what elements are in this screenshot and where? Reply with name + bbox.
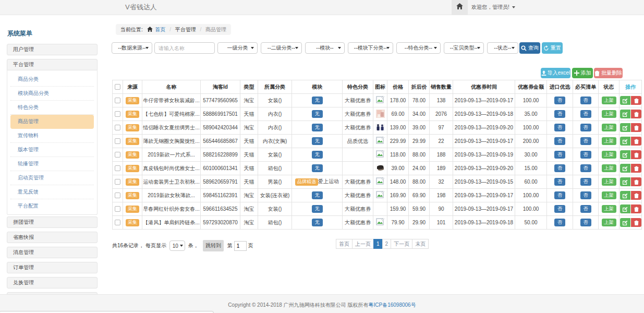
name-search-input[interactable]	[154, 42, 215, 54]
page-button-下一页[interactable]: 下一页	[391, 239, 412, 249]
row-checkbox[interactable]	[115, 125, 120, 130]
delete-button[interactable]	[631, 218, 641, 227]
filter-select-module-sub[interactable]: --模块下分类--	[348, 42, 393, 54]
sidebar-subitem[interactable]: 商品管理	[10, 115, 94, 129]
import-select-toggle[interactable]: 否	[554, 124, 565, 131]
row-checkbox[interactable]	[115, 206, 120, 212]
filter-select-feature-category[interactable]: --特色分类--	[396, 42, 441, 54]
status-toggle[interactable]: 上架	[602, 110, 616, 118]
import-select-toggle[interactable]: 否	[554, 137, 565, 145]
delete-button[interactable]	[631, 177, 641, 186]
sidebar-item[interactable]: 兑换管理	[7, 277, 98, 288]
module-badge[interactable]: 无	[312, 137, 323, 145]
sidebar-subitem[interactable]: 宣传物料	[10, 129, 94, 143]
jump-page-input[interactable]	[234, 241, 247, 251]
breadcrumb-home-link[interactable]: 首页	[155, 27, 165, 32]
filter-select-status[interactable]: --状态--	[487, 42, 518, 54]
must-buy-toggle[interactable]: 否	[580, 110, 591, 118]
module-badge[interactable]: 无	[312, 205, 323, 213]
row-checkbox[interactable]	[115, 138, 120, 144]
module-badge[interactable]: 无	[312, 110, 323, 118]
edit-button[interactable]	[620, 191, 630, 200]
filter-select-module[interactable]: --模块--	[305, 42, 345, 54]
filter-select-category-level2[interactable]: --二级分类--	[261, 42, 302, 54]
delete-button[interactable]	[631, 191, 641, 200]
import-select-toggle[interactable]: 否	[554, 219, 565, 226]
status-toggle[interactable]: 上架	[602, 191, 616, 199]
edit-button[interactable]	[620, 177, 630, 186]
import-select-toggle[interactable]: 否	[554, 164, 565, 172]
delete-button[interactable]	[631, 110, 641, 118]
must-buy-toggle[interactable]: 否	[580, 97, 591, 104]
delete-button[interactable]	[631, 150, 641, 159]
select-all-checkbox[interactable]	[115, 84, 120, 90]
row-checkbox[interactable]	[115, 220, 120, 225]
delete-button[interactable]	[631, 204, 641, 213]
jump-button[interactable]: 跳转到	[203, 240, 224, 251]
status-toggle[interactable]: 上架	[602, 164, 616, 172]
page-button-首页[interactable]: 首页	[336, 239, 353, 249]
import-select-toggle[interactable]: 否	[554, 97, 565, 104]
sidebar-subitem[interactable]: 意见反馈	[10, 185, 94, 199]
row-checkbox[interactable]	[115, 165, 120, 171]
row-checkbox[interactable]	[115, 98, 120, 103]
must-buy-toggle[interactable]: 否	[580, 164, 591, 172]
status-toggle[interactable]: 上架	[602, 124, 616, 131]
sidebar-subitem[interactable]: 轮播管理	[10, 157, 94, 171]
must-buy-toggle[interactable]: 否	[580, 137, 591, 145]
import-select-toggle[interactable]: 否	[554, 151, 565, 159]
edit-button[interactable]	[620, 96, 630, 105]
sidebar-item[interactable]: 省惠快报	[7, 232, 98, 243]
import-select-toggle[interactable]: 否	[554, 205, 565, 213]
edit-button[interactable]	[620, 164, 630, 173]
status-toggle[interactable]: 上架	[602, 178, 616, 186]
import-select-toggle[interactable]: 否	[554, 178, 565, 186]
must-buy-toggle[interactable]: 否	[580, 191, 591, 199]
page-button-末页[interactable]: 末页	[412, 239, 429, 249]
sidebar-item[interactable]: 订单管理	[7, 262, 98, 273]
edit-button[interactable]	[620, 150, 630, 159]
status-toggle[interactable]: 上架	[602, 151, 616, 159]
page-button-1[interactable]: 1	[373, 239, 383, 249]
delete-button[interactable]	[631, 164, 641, 173]
delete-button[interactable]	[631, 123, 641, 132]
row-checkbox[interactable]	[115, 192, 120, 198]
reset-button[interactable]: 重置	[542, 42, 563, 54]
row-checkbox[interactable]	[115, 179, 120, 185]
sidebar-item[interactable]: 消息管理	[7, 247, 98, 258]
import-select-toggle[interactable]: 否	[554, 191, 565, 199]
filter-select-category-level1[interactable]: 一级分类	[217, 42, 258, 54]
edit-button[interactable]	[620, 204, 630, 213]
sidebar-subitem[interactable]: 商品分类	[10, 73, 94, 87]
row-checkbox[interactable]	[115, 111, 120, 117]
must-buy-toggle[interactable]: 否	[580, 151, 591, 159]
delete-button[interactable]	[631, 96, 641, 105]
sidebar-subitem[interactable]: 平台配置	[10, 199, 94, 213]
status-toggle[interactable]: 上架	[602, 97, 616, 104]
status-toggle[interactable]: 上架	[602, 137, 616, 145]
sidebar-subitem[interactable]: 模块商品分类	[10, 87, 94, 101]
icp-link[interactable]: 粤ICP备16098006号	[368, 302, 416, 308]
module-badge[interactable]: 无	[312, 164, 323, 172]
module-badge[interactable]: 无	[312, 97, 323, 104]
import-excel-button[interactable]: 导入excel	[541, 68, 570, 78]
must-buy-toggle[interactable]: 否	[580, 178, 591, 186]
query-button[interactable]: 查询	[519, 42, 540, 54]
must-buy-toggle[interactable]: 否	[580, 124, 591, 131]
must-buy-toggle[interactable]: 否	[580, 205, 591, 213]
user-menu[interactable]: 欢迎您，管理员!	[471, 0, 515, 15]
must-buy-toggle[interactable]: 否	[580, 219, 591, 226]
sidebar-item[interactable]: 用户管理	[7, 44, 98, 55]
sidebar-subitem[interactable]: 启动页管理	[10, 171, 94, 185]
import-select-toggle[interactable]: 否	[554, 110, 565, 118]
module-badge[interactable]: 无	[312, 191, 323, 199]
page-button-上一页[interactable]: 上一页	[352, 239, 374, 249]
home-nav-button[interactable]	[452, 0, 468, 15]
filter-select-data-source[interactable]: --数据来源--	[112, 42, 152, 54]
module-badge[interactable]: 无	[312, 124, 323, 131]
sidebar-subitem[interactable]: 特色分类	[10, 101, 94, 115]
filter-select-item-type[interactable]: --宝贝类型--	[444, 42, 484, 54]
edit-button[interactable]	[620, 110, 630, 118]
status-toggle[interactable]: 上架	[602, 219, 616, 226]
edit-button[interactable]	[620, 123, 630, 132]
